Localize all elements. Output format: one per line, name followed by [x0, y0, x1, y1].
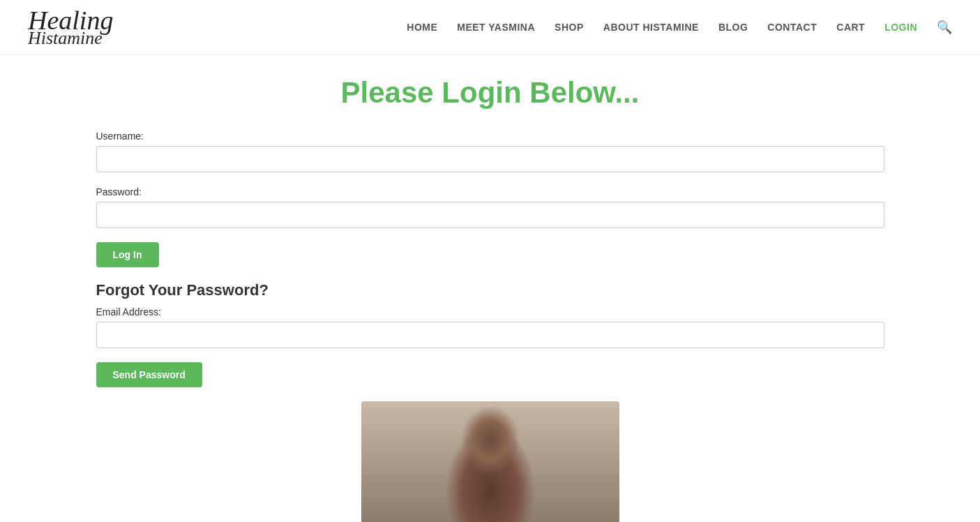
email-input[interactable]	[96, 322, 884, 348]
nav-shop[interactable]: SHOP	[555, 22, 584, 33]
person-silhouette	[361, 401, 619, 522]
nav-login[interactable]: LOGIN	[884, 22, 917, 33]
send-password-button[interactable]: Send Password	[96, 362, 202, 387]
bottom-image-container	[96, 401, 884, 522]
login-button[interactable]: Log In	[96, 242, 159, 267]
main-nav: HOME MEET YASMINA SHOP ABOUT HISTAMINE B…	[407, 20, 952, 35]
logo-line2: Histamine	[28, 29, 113, 47]
password-group: Password:	[96, 186, 884, 228]
nav-about-histamine[interactable]: ABOUT HISTAMINE	[603, 22, 699, 33]
username-input[interactable]	[96, 146, 884, 172]
email-label: Email Address:	[96, 306, 884, 318]
email-group: Email Address:	[96, 306, 884, 348]
password-label: Password:	[96, 186, 884, 197]
person-image	[361, 401, 619, 522]
forgot-password-title: Forgot Your Password?	[96, 281, 884, 299]
username-group: Username:	[96, 130, 884, 172]
page-title: Please Login Below...	[96, 76, 884, 110]
nav-contact[interactable]: CONTACT	[767, 22, 817, 33]
username-label: Username:	[96, 130, 884, 142]
nav-home[interactable]: HOME	[407, 22, 437, 33]
search-button[interactable]: 🔍	[937, 20, 952, 35]
nav-cart[interactable]: CART	[836, 22, 865, 33]
nav-blog[interactable]: BLOG	[718, 22, 748, 33]
site-header: Healing Histamine HOME MEET YASMINA SHOP…	[0, 0, 980, 55]
main-content: Please Login Below... Username: Password…	[68, 55, 912, 522]
password-input[interactable]	[96, 202, 884, 228]
nav-meet-yasmina[interactable]: MEET YASMINA	[457, 22, 535, 33]
logo[interactable]: Healing Histamine	[28, 7, 113, 47]
